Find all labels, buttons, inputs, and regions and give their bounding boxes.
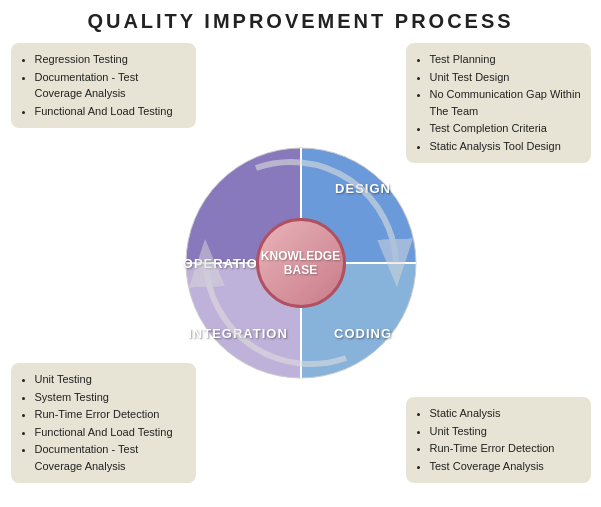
list-item: Functional And Load Testing: [35, 103, 186, 120]
list-item: Test Completion Criteria: [430, 120, 581, 137]
list-item: Test Coverage Analysis: [430, 458, 581, 475]
info-box-design: Test PlanningUnit Test DesignNo Communic…: [406, 43, 591, 163]
center-circle: KNOWLEDGE BASE: [256, 218, 346, 308]
info-box-integration: Unit TestingSystem TestingRun-Time Error…: [11, 363, 196, 483]
circle-diagram: OPERATION DESIGN INTEGRATION CODING KNOW…: [176, 138, 426, 388]
page-title: QUALITY IMPROVEMENT PROCESS: [87, 10, 513, 33]
list-item: Run-Time Error Detection: [430, 440, 581, 457]
list-item: Test Planning: [430, 51, 581, 68]
list-item: Static Analysis: [430, 405, 581, 422]
list-item: Unit Testing: [35, 371, 186, 388]
list-item: Documentation - Test Coverage Analysis: [35, 441, 186, 474]
info-box-coding: Static AnalysisUnit TestingRun-Time Erro…: [406, 397, 591, 483]
list-item: Run-Time Error Detection: [35, 406, 186, 423]
list-item: Static Analysis Tool Design: [430, 138, 581, 155]
list-item: Unit Testing: [430, 423, 581, 440]
center-line2: BASE: [284, 263, 317, 277]
list-item: No Communication Gap Within The Team: [430, 86, 581, 119]
list-item: Regression Testing: [35, 51, 186, 68]
list-item: Unit Test Design: [430, 69, 581, 86]
center-line1: KNOWLEDGE: [261, 249, 340, 263]
list-item: System Testing: [35, 389, 186, 406]
page: QUALITY IMPROVEMENT PROCESS Regression T…: [0, 0, 601, 507]
info-box-operation: Regression TestingDocumentation - Test C…: [11, 43, 196, 128]
diagram-area: Regression TestingDocumentation - Test C…: [11, 43, 591, 483]
list-item: Functional And Load Testing: [35, 424, 186, 441]
list-item: Documentation - Test Coverage Analysis: [35, 69, 186, 102]
